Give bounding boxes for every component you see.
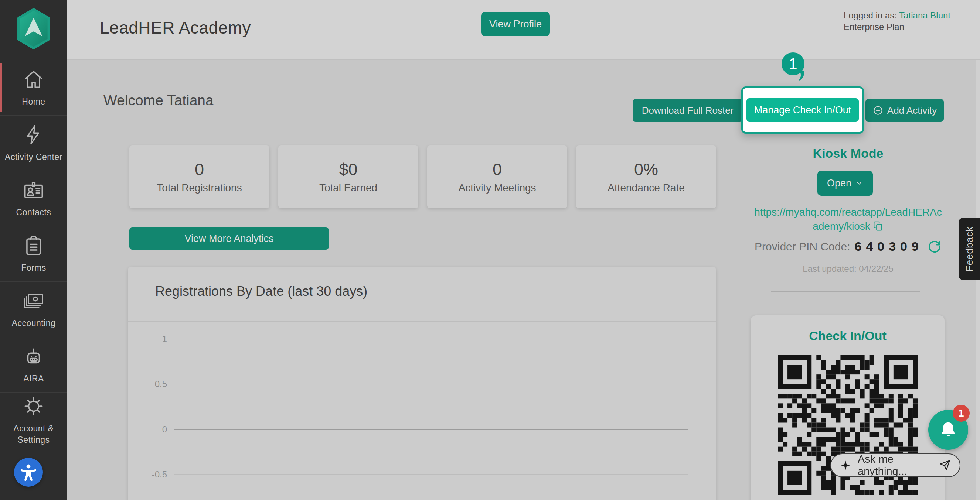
- tour-step-number: 1: [789, 55, 797, 72]
- gridline: [174, 429, 688, 430]
- kiosk-mode-title: Kiosk Mode: [750, 146, 946, 160]
- stat-label: Attendance Rate: [608, 182, 685, 194]
- sidebar-item-label: Account & Settings: [0, 423, 67, 445]
- sidebar-item-label: Accounting: [9, 317, 59, 329]
- welcome-heading: Welcome Tatiana: [103, 92, 213, 109]
- sidebar-item-forms[interactable]: Forms: [0, 226, 67, 281]
- sidebar: Home Activity Center Contacts Forms Acco…: [0, 0, 67, 500]
- sidebar-item-activity-center[interactable]: Activity Center: [0, 115, 67, 171]
- robot-icon: [22, 345, 45, 368]
- stat-label: Total Registrations: [157, 182, 242, 194]
- sidebar-item-label: Activity Center: [2, 151, 65, 162]
- chart-header-divider: [128, 321, 716, 322]
- gridline: [174, 339, 688, 340]
- sidebar-item-label: Home: [19, 96, 48, 107]
- add-activity-label: Add Activity: [887, 105, 937, 116]
- chevron-down-icon: [855, 179, 863, 187]
- bell-icon: [939, 420, 958, 440]
- stat-label: Activity Meetings: [458, 182, 536, 194]
- refresh-icon: [928, 240, 942, 254]
- sidebar-item-account-settings[interactable]: Account & Settings: [0, 392, 67, 448]
- gear-icon: [22, 395, 45, 417]
- notifications-button[interactable]: 1: [928, 410, 968, 450]
- sidebar-item-label: AIRA: [20, 373, 47, 384]
- tour-step-badge: 1: [780, 52, 807, 83]
- kiosk-status-dropdown[interactable]: Open: [818, 171, 873, 196]
- accessibility-person-icon: [19, 463, 38, 482]
- user-info: Logged in as: Tatiana Blunt Enterprise P…: [844, 10, 950, 32]
- sidebar-item-accounting[interactable]: Accounting: [0, 281, 67, 337]
- send-icon[interactable]: [939, 459, 951, 471]
- stat-label: Total Earned: [319, 182, 377, 194]
- y-tick-label: 0.5: [128, 379, 167, 389]
- gridline: [174, 384, 688, 384]
- sidebar-item-label: Contacts: [13, 207, 54, 218]
- right-panel-divider: [771, 291, 920, 292]
- stat-value: 0%: [634, 160, 658, 179]
- top-header: LeadHER Academy View Profile Logged in a…: [67, 0, 980, 60]
- feedback-label: Feedback: [964, 226, 975, 271]
- tour-highlight-box: Manage Check In/Out: [741, 86, 864, 134]
- sidebar-item-home[interactable]: Home: [0, 60, 67, 115]
- accessibility-button[interactable]: [14, 458, 43, 487]
- app-logo: [0, 0, 67, 60]
- copy-icon[interactable]: [872, 221, 883, 232]
- gridline: [174, 474, 688, 475]
- notification-count-badge: 1: [953, 405, 970, 422]
- stat-card-total-earned: $0 Total Earned: [278, 146, 418, 208]
- refresh-pin-button[interactable]: [928, 240, 942, 254]
- registrations-chart-card: Registrations By Date (last 30 days) 1 0…: [128, 267, 716, 500]
- kiosk-status-label: Open: [827, 178, 851, 189]
- y-tick-label: 1: [128, 334, 167, 344]
- stat-value: 0: [195, 160, 204, 179]
- kiosk-url-link[interactable]: https://myahq.com/reactapp/LeadHERAcadem…: [752, 205, 944, 233]
- stat-card-total-registrations: 0 Total Registrations: [129, 146, 269, 208]
- y-tick-label: -0.5: [128, 469, 167, 480]
- feedback-tab[interactable]: Feedback: [959, 218, 980, 280]
- sidebar-item-label: Forms: [18, 262, 49, 273]
- sparkle-icon: [840, 460, 851, 471]
- check-in-out-title: Check In/Out: [751, 329, 945, 343]
- banknotes-icon: [22, 289, 45, 313]
- stat-value: $0: [339, 160, 357, 179]
- contact-card-icon: [22, 179, 45, 202]
- ask-assistant-placeholder: Ask me anything...: [858, 453, 932, 478]
- view-profile-button[interactable]: View Profile: [481, 12, 550, 36]
- download-full-roster-button[interactable]: Download Full Roster: [633, 99, 743, 122]
- sidebar-item-contacts[interactable]: Contacts: [0, 171, 67, 226]
- add-activity-button[interactable]: Add Activity: [865, 99, 944, 122]
- stat-value: 0: [493, 160, 502, 179]
- plan-label: Enterprise Plan: [844, 21, 950, 32]
- hexagon-arrow-logo-icon: [14, 8, 54, 52]
- logged-in-label: Logged in as:: [844, 10, 897, 20]
- home-icon: [22, 68, 45, 91]
- user-name-link[interactable]: Tatiana Blunt: [899, 10, 950, 20]
- plus-circle-icon: [872, 105, 883, 116]
- provider-pin-row: Provider PIN Code: 640309: [750, 239, 946, 254]
- manage-check-in-out-button[interactable]: Manage Check In/Out: [746, 98, 859, 122]
- clipboard-icon: [22, 234, 45, 257]
- stat-card-attendance-rate: 0% Attendance Rate: [576, 146, 716, 208]
- section-divider: [103, 137, 961, 137]
- page-title: LeadHER Academy: [100, 18, 251, 38]
- sidebar-item-aira[interactable]: AIRA: [0, 337, 67, 392]
- stat-card-activity-meetings: 0 Activity Meetings: [427, 146, 567, 208]
- kiosk-url-text: https://myahq.com/reactapp/LeadHERAcadem…: [754, 206, 942, 232]
- ask-assistant-input[interactable]: Ask me anything...: [830, 454, 961, 477]
- view-more-analytics-button[interactable]: View More Analytics: [129, 227, 329, 250]
- provider-pin-value: 640309: [854, 239, 923, 254]
- provider-pin-label: Provider PIN Code:: [754, 240, 850, 253]
- chart-title: Registrations By Date (last 30 days): [155, 284, 368, 299]
- stats-row: 0 Total Registrations $0 Total Earned 0 …: [129, 146, 716, 208]
- y-tick-label: 0: [128, 424, 167, 435]
- pin-last-updated: Last updated: 04/22/25: [750, 263, 946, 274]
- lightning-icon: [22, 123, 45, 146]
